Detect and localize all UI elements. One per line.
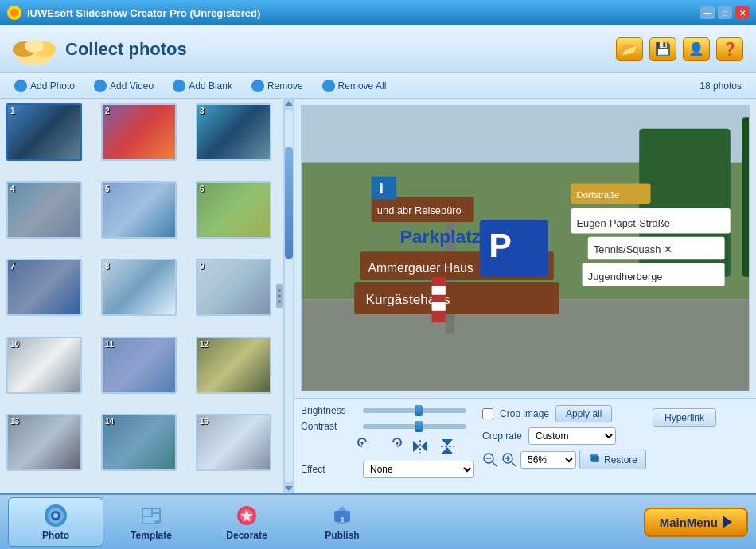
photo-thumb-12[interactable]: 12 bbox=[196, 337, 271, 394]
hyperlink-button[interactable]: Hyperlink bbox=[653, 408, 716, 427]
zoom-out-icon[interactable] bbox=[482, 452, 498, 468]
brightness-thumb[interactable] bbox=[415, 405, 423, 416]
svg-marker-39 bbox=[442, 439, 453, 446]
photo-thumb-5[interactable]: 5 bbox=[101, 181, 177, 239]
svg-rect-56 bbox=[143, 509, 151, 516]
add-blank-button[interactable]: Add Blank bbox=[165, 77, 240, 95]
photo-thumb-11[interactable]: 11 bbox=[101, 337, 177, 394]
photo-thumb-3[interactable]: 3 bbox=[196, 103, 271, 161]
crop-image-row: Crop image Apply all bbox=[482, 405, 646, 422]
photo-thumb-14[interactable]: 14 bbox=[101, 414, 177, 471]
rotate-left-icon[interactable] bbox=[357, 437, 376, 456]
nav-photo-label: Photo bbox=[42, 530, 69, 541]
decorate-nav-icon bbox=[234, 503, 259, 528]
svg-rect-9 bbox=[742, 117, 749, 276]
svg-text:Tennis/Squash ✕: Tennis/Squash ✕ bbox=[594, 243, 672, 255]
photo-thumb-2[interactable]: 2 bbox=[101, 103, 177, 161]
svg-rect-50 bbox=[591, 456, 599, 462]
flip-vertical-icon[interactable] bbox=[438, 437, 457, 456]
photo-thumb-1[interactable]: 1 bbox=[6, 103, 82, 161]
svg-point-5 bbox=[25, 40, 44, 53]
rotate-right-icon[interactable] bbox=[384, 437, 403, 456]
add-video-button[interactable]: Add Video bbox=[86, 77, 162, 95]
header: Collect photos 📂 💾 👤 ❓ bbox=[0, 25, 756, 73]
zoom-in-icon[interactable] bbox=[501, 452, 517, 468]
effect-label: Effect bbox=[301, 464, 357, 475]
preview-panel: Kurgästehaus Ammergauer Haus P und abr R… bbox=[294, 99, 756, 493]
effect-select[interactable]: None Grayscale Sepia Blur Sharpen bbox=[363, 461, 474, 478]
save-button[interactable]: 💾 bbox=[649, 37, 676, 61]
add-blank-icon bbox=[173, 80, 185, 92]
svg-marker-35 bbox=[396, 442, 399, 446]
scroll-handle[interactable] bbox=[285, 147, 293, 259]
close-button[interactable]: ✕ bbox=[735, 6, 750, 19]
svg-rect-28 bbox=[372, 177, 397, 200]
svg-marker-34 bbox=[360, 442, 364, 446]
nav-publish[interactable]: Publish bbox=[294, 498, 390, 546]
apply-all-button[interactable]: Apply all bbox=[555, 405, 612, 422]
svg-marker-37 bbox=[421, 441, 427, 452]
remove-icon bbox=[251, 80, 264, 92]
add-photo-button[interactable]: Add Photo bbox=[6, 77, 83, 95]
minimize-button[interactable]: — bbox=[700, 6, 715, 19]
crop-rate-row: Crop rate Custom 4:3 16:9 1:1 3:2 bbox=[482, 427, 646, 445]
remove-button[interactable]: Remove bbox=[244, 77, 311, 95]
main-menu-button[interactable]: MainMenu bbox=[644, 508, 748, 537]
photo-thumb-13[interactable]: 13 bbox=[6, 414, 82, 471]
scroll-down-arrow[interactable] bbox=[285, 486, 293, 491]
contrast-thumb[interactable] bbox=[415, 421, 423, 432]
brightness-slider[interactable] bbox=[363, 408, 466, 413]
remove-all-icon bbox=[322, 80, 335, 92]
nav-decorate[interactable]: Decorate bbox=[199, 498, 294, 546]
photo-thumb-8[interactable]: 8 bbox=[101, 259, 177, 316]
svg-text:Ammergauer Haus: Ammergauer Haus bbox=[368, 261, 473, 274]
nav-photo[interactable]: Photo bbox=[8, 497, 103, 547]
maximize-button[interactable]: □ bbox=[718, 6, 732, 19]
scroll-drag-handle[interactable] bbox=[276, 284, 283, 308]
help-person-button[interactable]: 👤 bbox=[683, 37, 710, 61]
publish-nav-icon bbox=[329, 503, 355, 528]
photo-strip-scrollbar[interactable] bbox=[283, 99, 294, 493]
contrast-label: Contrast bbox=[301, 421, 357, 432]
svg-line-43 bbox=[493, 462, 497, 466]
image-tools-row bbox=[301, 437, 476, 456]
zoom-select[interactable]: 25% 50% 56% 75% 100% bbox=[520, 451, 576, 469]
photo-thumb-15[interactable]: 15 bbox=[196, 414, 271, 471]
crop-rate-select[interactable]: Custom 4:3 16:9 1:1 3:2 bbox=[528, 427, 616, 445]
titlebar: IUWEsoft Slideshow Creator Pro (Unregist… bbox=[0, 0, 756, 25]
contrast-slider[interactable] bbox=[363, 424, 466, 429]
svg-text:i: i bbox=[380, 180, 384, 197]
restore-icon bbox=[588, 453, 601, 466]
logo-icon bbox=[13, 32, 56, 67]
photo-nav-icon bbox=[43, 503, 68, 528]
photo-thumb-6[interactable]: 6 bbox=[196, 181, 271, 239]
nav-publish-label: Publish bbox=[325, 530, 359, 541]
svg-point-54 bbox=[53, 513, 58, 518]
app-icon bbox=[6, 5, 22, 21]
flip-horizontal-icon[interactable] bbox=[411, 437, 430, 456]
photo-thumb-7[interactable]: 7 bbox=[6, 259, 82, 316]
controls-area: Brightness Contrast bbox=[294, 398, 756, 493]
svg-rect-58 bbox=[153, 514, 159, 517]
scroll-up-arrow[interactable] bbox=[285, 101, 293, 106]
photo-grid: 1 2 3 4 5 6 7 8 9 bbox=[0, 99, 294, 493]
svg-text:und abr Reisebüro: und abr Reisebüro bbox=[377, 204, 462, 216]
svg-point-1 bbox=[10, 9, 18, 17]
remove-all-button[interactable]: Remove All bbox=[314, 77, 395, 95]
nav-template[interactable]: Template bbox=[103, 498, 199, 546]
effect-row: Effect None Grayscale Sepia Blur Sharpen bbox=[301, 461, 476, 478]
photo-thumb-4[interactable]: 4 bbox=[6, 181, 82, 239]
photo-thumb-9[interactable]: 9 bbox=[196, 259, 271, 316]
far-right-controls: Hyperlink bbox=[653, 405, 716, 487]
toolbar: Add Photo Add Video Add Blank Remove Rem… bbox=[0, 73, 756, 99]
open-folder-button[interactable]: 📂 bbox=[616, 37, 643, 61]
restore-button[interactable]: Restore bbox=[579, 450, 646, 469]
crop-image-checkbox[interactable] bbox=[482, 408, 493, 419]
preview-image: Kurgästehaus Ammergauer Haus P und abr R… bbox=[301, 105, 750, 391]
help-button[interactable]: ❓ bbox=[716, 37, 743, 61]
svg-rect-59 bbox=[143, 517, 159, 520]
scroll-track[interactable] bbox=[285, 110, 293, 482]
svg-text:Eugen-Papst-Straße: Eugen-Papst-Straße bbox=[576, 217, 669, 229]
photo-thumb-10[interactable]: 10 bbox=[6, 337, 82, 394]
window-controls: — □ ✕ bbox=[700, 6, 750, 19]
